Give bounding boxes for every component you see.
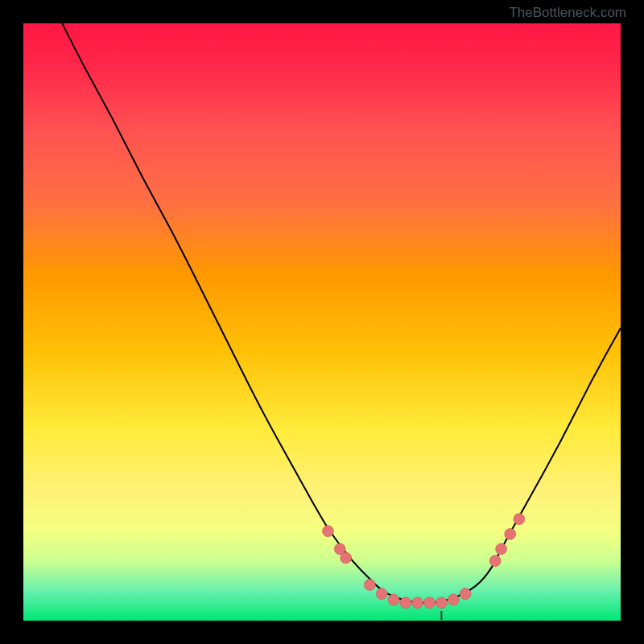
- data-marker: [489, 555, 501, 567]
- bottleneck-chart: [23, 23, 621, 621]
- data-marker: [376, 588, 387, 600]
- data-marker: [424, 597, 436, 609]
- data-marker: [388, 594, 399, 605]
- curve-layer: [23, 0, 621, 603]
- data-marker: [514, 514, 525, 525]
- data-marker: [322, 526, 333, 537]
- data-marker: [436, 597, 447, 609]
- data-marker: [505, 528, 516, 539]
- data-marker: [496, 543, 507, 555]
- data-marker: [364, 579, 375, 590]
- bottleneck-curve: [23, 0, 621, 603]
- data-marker: [341, 552, 352, 564]
- data-marker: [448, 594, 459, 605]
- watermark-text: TheBottleneck.com: [509, 5, 626, 21]
- data-marker: [412, 597, 423, 609]
- data-marker: [400, 597, 411, 609]
- data-marker: [460, 588, 471, 600]
